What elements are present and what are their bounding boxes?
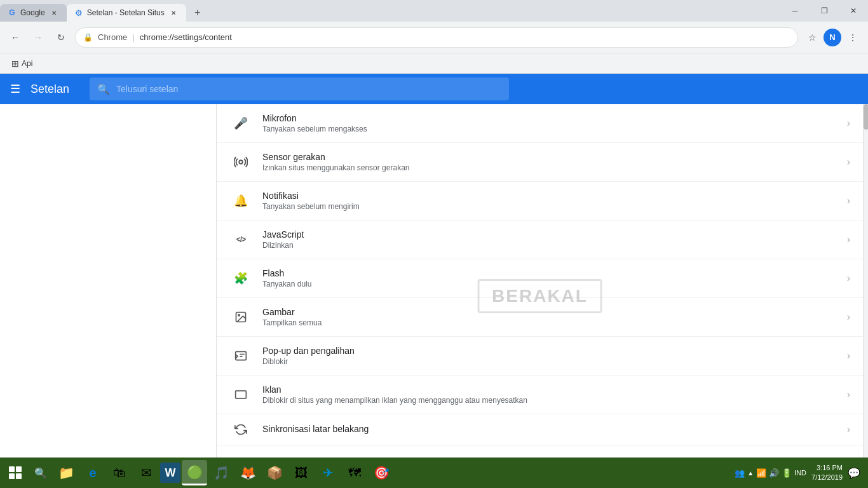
apps-grid-icon: ⊞: [11, 58, 19, 69]
sensor-subtitle: Izinkan situs menggunakan sensor gerakan: [262, 163, 847, 172]
settings-search-input[interactable]: [116, 84, 501, 94]
new-tab-button[interactable]: +: [189, 4, 207, 22]
notifikasi-icon: 🔔: [229, 194, 252, 208]
settings-item-mikrofon[interactable]: 🎤 Mikrofon Tanyakan sebelum mengakses ›: [217, 104, 863, 143]
javascript-arrow: ›: [847, 234, 850, 245]
tray-lang[interactable]: IND: [794, 469, 806, 477]
svg-rect-6: [236, 391, 247, 398]
tab-google-close[interactable]: ✕: [49, 8, 59, 18]
sinkronisasi-icon: [229, 423, 252, 436]
tray-network-icon[interactable]: 📶: [756, 468, 766, 478]
taskbar-app-photos[interactable]: 📦: [262, 460, 287, 485]
flash-subtitle: Tanyakan dulu: [262, 280, 847, 288]
notifikasi-subtitle: Tanyakan sebelum mengirim: [262, 202, 847, 211]
svg-point-2: [238, 315, 240, 316]
addressbar-actions: ☆ N ⋮: [803, 29, 862, 46]
popup-text: Pop-up dan pengalihan Diblokir: [262, 346, 847, 366]
iklan-subtitle: Diblokir di situs yang menampilkan iklan…: [262, 396, 847, 405]
scrollbar-track[interactable]: [863, 104, 868, 488]
settings-item-sensor-gerakan[interactable]: Sensor gerakan Izinkan situs menggunakan…: [217, 143, 863, 182]
close-button[interactable]: ✕: [839, 0, 868, 22]
profile-button[interactable]: N: [824, 29, 841, 46]
settings-item-gambar[interactable]: Gambar Tampilkan semua ›: [217, 298, 863, 337]
flash-title: Flash: [262, 268, 847, 278]
tray-up-icon[interactable]: ▲: [747, 470, 754, 477]
taskbar-app-telegram[interactable]: ✈: [315, 460, 341, 485]
tab-setelan-label: Setelan - Setelan Situs: [87, 8, 165, 17]
start-button[interactable]: [3, 460, 28, 485]
notification-center-icon[interactable]: 💬: [848, 467, 860, 479]
settings-item-popup[interactable]: Pop-up dan pengalihan Diblokir ›: [217, 337, 863, 376]
taskbar-app-firefox[interactable]: 🦊: [235, 460, 261, 485]
settings-search-box[interactable]: 🔍: [90, 78, 509, 100]
taskbar-app-explorer[interactable]: 📁: [53, 460, 79, 485]
taskbar-date-value: 7/12/2019: [811, 473, 843, 482]
reload-button[interactable]: ↻: [52, 29, 70, 46]
forward-button[interactable]: →: [29, 29, 47, 46]
chrome-menu-button[interactable]: ⋮: [844, 29, 862, 46]
taskbar-app-photoshop[interactable]: 🖼: [288, 460, 314, 485]
tab-google[interactable]: G Google ✕: [0, 4, 67, 22]
address-bar[interactable]: 🔒 Chrome | chrome://settings/content: [75, 27, 798, 48]
bookmark-api-label: Api: [22, 59, 32, 68]
flash-arrow: ›: [847, 273, 850, 284]
taskbar-app-mail[interactable]: ✉: [133, 460, 159, 485]
settings-item-sinkronisasi[interactable]: Sinkronisasi latar belakang ›: [217, 414, 863, 445]
taskbar-app-chrome[interactable]: 🟢: [182, 460, 207, 485]
hamburger-menu-button[interactable]: ☰: [10, 82, 20, 96]
tab-setelan[interactable]: ⚙ Setelan - Setelan Situs ✕: [67, 4, 186, 22]
settings-header: ☰ Setelan 🔍: [0, 74, 868, 104]
gambar-text: Gambar Tampilkan semua: [262, 307, 847, 327]
bookmark-api[interactable]: ⊞ Api: [6, 57, 37, 71]
iklan-arrow: ›: [847, 389, 850, 400]
back-button[interactable]: ←: [6, 29, 24, 46]
popup-title: Pop-up dan pengalihan: [262, 346, 847, 356]
taskbar-apps: 📁 e 🛍 ✉ W 🟢 🎵 🦊 📦 🖼 ✈ 🗺 🎯: [53, 460, 735, 485]
popup-icon: [229, 349, 252, 362]
sinkronisasi-title: Sinkronisasi latar belakang: [262, 424, 847, 434]
address-separator: |: [132, 32, 134, 42]
taskbar-right: 👥 ▲ 📶 🔊 🔋 IND 3:16 PM 7/12/2019 💬: [735, 463, 865, 483]
bookmark-star-button[interactable]: ☆: [803, 29, 821, 46]
sinkronisasi-arrow: ›: [847, 424, 850, 435]
mikrofon-title: Mikrofon: [262, 113, 847, 123]
taskbar-app-word[interactable]: W: [160, 463, 180, 483]
addressbar: ← → ↻ 🔒 Chrome | chrome://settings/conte…: [0, 22, 868, 53]
settings-item-iklan[interactable]: Iklan Diblokir di situs yang menampilkan…: [217, 376, 863, 414]
taskbar-app-edge[interactable]: e: [80, 460, 105, 485]
tab-setelan-close[interactable]: ✕: [168, 8, 179, 18]
tray-people-icon[interactable]: 👥: [735, 468, 745, 478]
minimize-button[interactable]: ─: [780, 0, 810, 22]
taskbar-search-button[interactable]: 🔍: [28, 460, 53, 485]
taskbar-app-store[interactable]: 🛍: [107, 460, 132, 485]
scrollbar-thumb[interactable]: [864, 104, 868, 130]
settings-item-javascript[interactable]: </> JavaScript Diizinkan ›: [217, 220, 863, 259]
notifikasi-arrow: ›: [847, 195, 850, 207]
tray-battery-icon[interactable]: 🔋: [782, 468, 792, 478]
notifikasi-title: Notifikasi: [262, 191, 847, 201]
taskbar-app-app1[interactable]: 🎵: [208, 460, 234, 485]
sensor-text: Sensor gerakan Izinkan situs menggunakan…: [262, 152, 847, 172]
titlebar: G Google ✕ ⚙ Setelan - Setelan Situs ✕ +…: [0, 0, 868, 22]
tray-volume-icon[interactable]: 🔊: [769, 468, 779, 478]
search-icon: 🔍: [97, 83, 110, 95]
taskbar-app-maps[interactable]: 🗺: [342, 460, 367, 485]
bookmarks-bar: ⊞ Api: [0, 53, 868, 74]
gambar-icon: [229, 311, 252, 323]
gambar-subtitle: Tampilkan semua: [262, 318, 847, 327]
taskbar-clock[interactable]: 3:16 PM 7/12/2019: [811, 463, 843, 483]
setelan-favicon: ⚙: [74, 8, 83, 17]
settings-item-notifikasi[interactable]: 🔔 Notifikasi Tanyakan sebelum mengirim ›: [217, 182, 863, 220]
taskbar-time-value: 3:16 PM: [811, 463, 843, 473]
tab-google-label: Google: [20, 8, 45, 17]
mikrofon-text: Mikrofon Tanyakan sebelum mengakses: [262, 113, 847, 133]
javascript-icon: </>: [229, 235, 252, 244]
popup-arrow: ›: [847, 350, 850, 362]
settings-item-flash[interactable]: 🧩 Flash Tanyakan dulu ›: [217, 259, 863, 298]
settings-page-title: Setelan: [31, 83, 69, 96]
lock-icon: 🔒: [83, 33, 93, 42]
sinkronisasi-text: Sinkronisasi latar belakang: [262, 424, 847, 435]
taskbar-app-target[interactable]: 🎯: [369, 460, 394, 485]
notifikasi-text: Notifikasi Tanyakan sebelum mengirim: [262, 191, 847, 211]
restore-button[interactable]: ❐: [810, 0, 839, 22]
